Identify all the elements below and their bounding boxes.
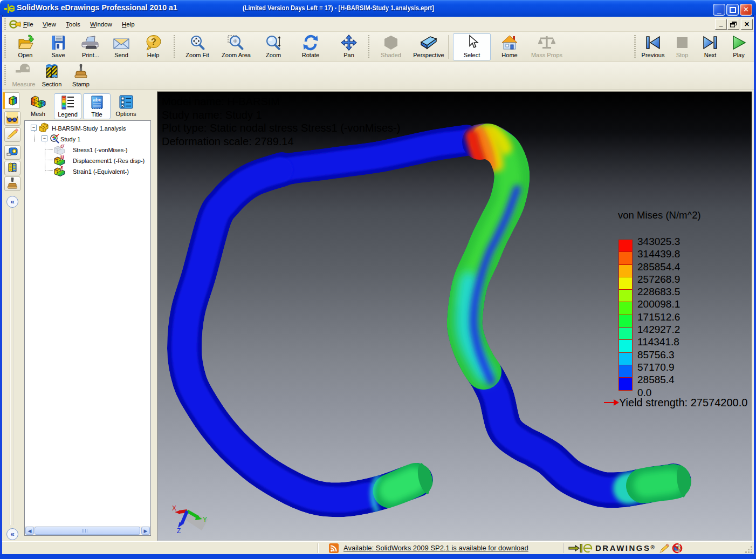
svg-text:Z: Z: [177, 527, 181, 535]
svg-text:abc: abc: [93, 97, 101, 103]
svg-text:Y: Y: [203, 516, 207, 523]
svg-text:?: ?: [151, 37, 156, 46]
svg-text:X: X: [172, 505, 176, 512]
